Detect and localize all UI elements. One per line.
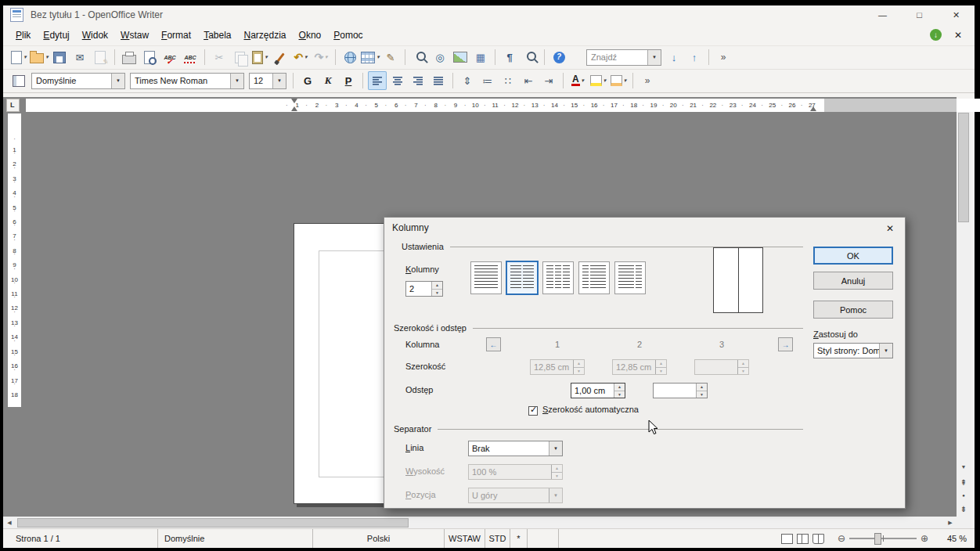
height-spinner[interactable]: 100 % — [468, 464, 563, 480]
spin-up-button[interactable] — [574, 360, 584, 368]
print-button[interactable] — [120, 48, 139, 67]
minimize-button[interactable]: — — [864, 5, 901, 24]
scroll-left-button[interactable] — [3, 517, 16, 529]
navigator-button[interactable] — [431, 48, 449, 67]
styles-panel-button[interactable] — [9, 71, 28, 90]
spin-up-button[interactable] — [697, 384, 707, 391]
vertical-scroll-thumb[interactable] — [958, 113, 969, 222]
new-document-button[interactable]: ▾ — [9, 48, 28, 67]
apply-to-dropdown-button[interactable] — [879, 344, 892, 358]
align-center-button[interactable] — [388, 71, 407, 90]
line-combo[interactable]: Brak — [468, 441, 563, 456]
autowidth-checkbox[interactable] — [528, 406, 538, 416]
insert-table-button[interactable]: ▾ — [361, 48, 380, 67]
highlighting-button[interactable]: ▾ — [589, 71, 607, 90]
apply-to-value[interactable]: Styl strony: Dom — [814, 346, 879, 355]
ok-button[interactable]: OK — [813, 247, 893, 265]
paragraph-style-value[interactable]: Domyślnie — [32, 76, 111, 85]
zoom-out-icon[interactable]: ⊖ — [838, 533, 845, 544]
preset-left-narrow[interactable] — [578, 261, 610, 294]
formatting-marks-button[interactable] — [500, 48, 519, 67]
open-button[interactable]: ▾ — [30, 48, 49, 67]
menu-item[interactable]: Tabela — [197, 27, 237, 44]
spin-down-button[interactable] — [552, 473, 562, 480]
scroll-right-button[interactable] — [944, 517, 957, 529]
spellcheck-button[interactable]: ABC — [160, 48, 179, 67]
decrease-indent-button[interactable] — [519, 71, 538, 90]
spin-up-button[interactable] — [614, 384, 625, 391]
autowidth-label[interactable]: Szerokość automatyczna — [542, 405, 639, 414]
redo-button[interactable]: ▾ — [312, 48, 330, 67]
zoom-slider[interactable] — [849, 538, 917, 539]
find-dropdown-button[interactable] — [647, 50, 661, 65]
next-column-button[interactable] — [778, 337, 793, 351]
find-next-button[interactable] — [665, 48, 683, 67]
menu-item[interactable]: Format — [155, 27, 197, 44]
width-spinner-3[interactable] — [694, 359, 749, 375]
underline-button[interactable]: P — [339, 71, 358, 90]
increase-indent-button[interactable] — [539, 71, 558, 90]
spacing-spinner-2[interactable] — [653, 383, 708, 398]
zoom-slider-thumb[interactable] — [874, 533, 881, 545]
indent-marker-right[interactable] — [810, 106, 816, 111]
next-page-button[interactable] — [957, 502, 971, 515]
previous-column-button[interactable] — [486, 337, 501, 351]
paste-button[interactable]: ▾ — [250, 48, 269, 67]
spin-down-button[interactable] — [614, 391, 625, 398]
apply-to-combo[interactable]: Styl strony: Dom — [813, 343, 893, 358]
single-page-view-button[interactable] — [781, 534, 793, 544]
indent-marker-left[interactable] — [291, 99, 297, 103]
maximize-button[interactable]: □ — [901, 5, 938, 24]
toolbar-options-button[interactable] — [638, 71, 657, 90]
preset-three-columns[interactable] — [542, 261, 574, 294]
draw-functions-button[interactable] — [381, 48, 400, 67]
vertical-scrollbar[interactable] — [957, 99, 971, 517]
copy-button[interactable] — [230, 48, 249, 67]
help-button[interactable] — [549, 48, 568, 67]
find-toolbar-input[interactable]: Znajdź — [586, 49, 661, 66]
background-color-button[interactable]: ▾ — [609, 71, 628, 90]
spin-down-button[interactable] — [432, 290, 442, 297]
horizontal-scrollbar[interactable] — [3, 517, 957, 529]
zoom-in-icon[interactable]: ⊕ — [921, 533, 928, 544]
menu-item[interactable]: Widok — [76, 27, 114, 44]
v-ruler[interactable]: 123456789101112131415161718 — [8, 113, 21, 407]
line-spacing-button[interactable] — [458, 71, 477, 90]
menu-item[interactable]: Plik — [9, 27, 37, 44]
spin-up-button[interactable] — [738, 360, 748, 368]
spin-up-button[interactable] — [432, 282, 442, 290]
cut-button[interactable] — [210, 48, 229, 67]
find-replace-button[interactable] — [410, 48, 429, 67]
height-value[interactable]: 100 % — [469, 467, 551, 477]
preset-one-column[interactable] — [470, 261, 502, 294]
numbered-list-button[interactable] — [478, 71, 497, 90]
update-notification-icon[interactable] — [930, 29, 942, 41]
spin-down-button[interactable] — [738, 368, 748, 375]
toolbar-options-button[interactable] — [714, 48, 733, 67]
previous-page-button[interactable] — [957, 476, 971, 488]
page-preview-button[interactable] — [140, 48, 159, 67]
spin-down-button[interactable] — [574, 368, 584, 375]
spin-down-button[interactable] — [656, 368, 666, 375]
close-document-button[interactable]: ✕ — [954, 30, 962, 41]
modified-flag-cell[interactable]: * — [510, 529, 528, 548]
data-sources-button[interactable] — [471, 48, 490, 67]
menu-item[interactable]: Edytuj — [37, 27, 75, 44]
horizontal-scroll-thumb[interactable] — [17, 518, 409, 528]
cancel-button[interactable]: Anuluj — [813, 272, 893, 290]
columns-count-value[interactable]: 2 — [406, 284, 431, 294]
bold-button[interactable]: G — [298, 71, 317, 90]
clone-formatting-button[interactable] — [271, 48, 290, 67]
zoom-level[interactable]: 45 % — [932, 534, 967, 543]
style-dropdown-button[interactable] — [111, 74, 124, 88]
width-spinner-1[interactable]: 12,85 cm — [530, 359, 585, 375]
help-button[interactable]: Pomoc — [813, 301, 893, 319]
columns-count-spinner[interactable]: 2 — [405, 281, 443, 297]
align-left-button[interactable] — [368, 71, 387, 90]
find-previous-button[interactable] — [685, 48, 704, 67]
align-right-button[interactable] — [409, 71, 427, 90]
spin-up-button[interactable] — [656, 360, 666, 368]
font-dropdown-button[interactable] — [230, 74, 243, 88]
paragraph-style-combo[interactable]: Domyślnie — [31, 73, 125, 89]
font-size-dropdown-button[interactable] — [272, 74, 286, 88]
